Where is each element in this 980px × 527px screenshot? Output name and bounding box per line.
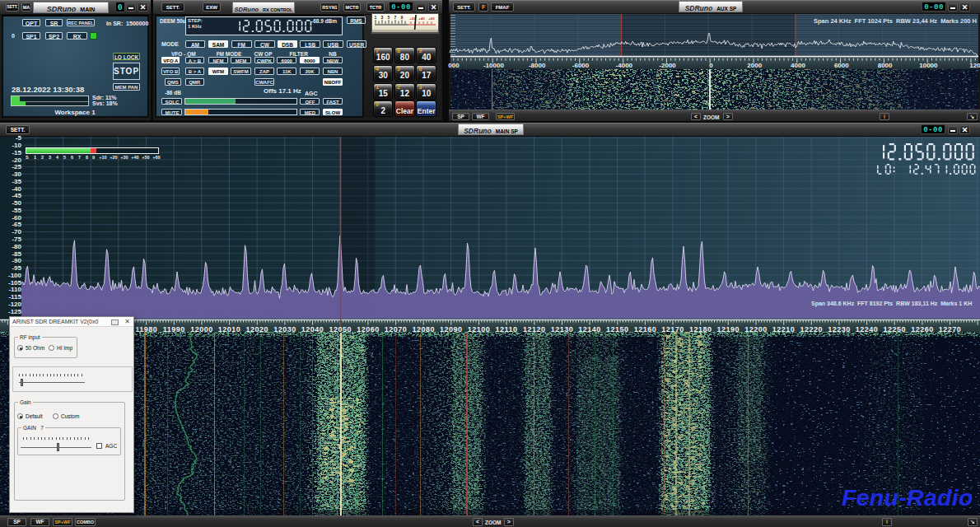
svg-text:1: 1 <box>375 15 377 20</box>
svg-text:7: 7 <box>394 15 397 20</box>
svg-text:9: 9 <box>401 15 404 20</box>
svg-text:3: 3 <box>381 15 384 20</box>
svg-text:+60: +60 <box>428 16 435 21</box>
svg-text:+40: +40 <box>418 16 425 21</box>
svg-text:5: 5 <box>388 15 390 20</box>
